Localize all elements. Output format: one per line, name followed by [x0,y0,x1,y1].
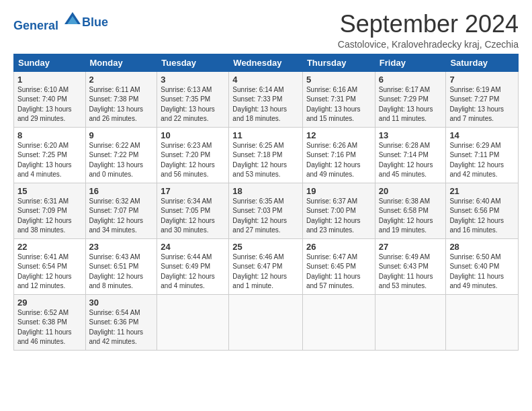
day-info: Sunrise: 6:31 AMSunset: 7:09 PMDaylight:… [17,197,82,236]
day-info: Sunrise: 6:49 AMSunset: 6:43 PMDaylight:… [379,253,443,291]
day-info: Sunrise: 6:34 AMSunset: 7:05 PMDaylight:… [161,197,225,236]
day-number: 30 [89,298,154,308]
calendar-empty [229,294,303,350]
calendar-day-2: 2Sunrise: 6:11 AMSunset: 7:38 PMDaylight… [85,71,157,127]
day-number: 4 [232,75,299,85]
page-header: General Blue September 2024 Castolovice,… [13,11,519,50]
day-info: Sunrise: 6:14 AMSunset: 7:33 PMDaylight:… [232,85,299,124]
day-number: 24 [161,242,225,252]
day-number: 22 [17,242,82,252]
calendar-empty [375,294,446,350]
weekday-header-saturday: Saturday [446,54,519,71]
day-number: 7 [449,75,515,85]
day-info: Sunrise: 6:17 AMSunset: 7:29 PMDaylight:… [379,85,443,124]
logo-icon [63,11,82,30]
calendar-day-24: 24Sunrise: 6:44 AMSunset: 6:49 PMDayligh… [157,238,229,294]
calendar-day-22: 22Sunrise: 6:41 AMSunset: 6:54 PMDayligh… [14,238,86,294]
calendar-table: SundayMondayTuesdayWednesdayThursdayFrid… [13,54,519,351]
calendar-day-30: 30Sunrise: 6:54 AMSunset: 6:36 PMDayligh… [85,294,157,350]
day-info: Sunrise: 6:38 AMSunset: 6:58 PMDaylight:… [379,197,443,236]
day-number: 20 [379,186,443,196]
day-number: 11 [232,130,299,140]
day-info: Sunrise: 6:43 AMSunset: 6:51 PMDaylight:… [89,253,154,291]
calendar-day-6: 6Sunrise: 6:17 AMSunset: 7:29 PMDaylight… [375,71,446,127]
day-number: 8 [17,130,82,140]
calendar-day-1: 1Sunrise: 6:10 AMSunset: 7:40 PMDaylight… [14,71,86,127]
calendar-day-15: 15Sunrise: 6:31 AMSunset: 7:09 PMDayligh… [14,183,86,238]
calendar-day-18: 18Sunrise: 6:35 AMSunset: 7:03 PMDayligh… [229,183,303,238]
day-info: Sunrise: 6:25 AMSunset: 7:18 PMDaylight:… [232,141,299,180]
day-info: Sunrise: 6:28 AMSunset: 7:14 PMDaylight:… [379,141,443,180]
day-number: 15 [17,186,82,196]
calendar-day-10: 10Sunrise: 6:23 AMSunset: 7:20 PMDayligh… [157,127,229,183]
calendar-day-17: 17Sunrise: 6:34 AMSunset: 7:05 PMDayligh… [157,183,229,238]
weekday-header-wednesday: Wednesday [229,54,303,71]
calendar-week-4: 22Sunrise: 6:41 AMSunset: 6:54 PMDayligh… [14,238,519,294]
logo-blue-text: Blue [82,16,108,30]
weekday-header-sunday: Sunday [14,54,86,71]
calendar-day-27: 27Sunrise: 6:49 AMSunset: 6:43 PMDayligh… [375,238,446,294]
day-number: 28 [449,242,515,252]
day-number: 23 [89,242,154,252]
day-number: 25 [232,242,299,252]
calendar-day-12: 12Sunrise: 6:26 AMSunset: 7:16 PMDayligh… [302,127,375,183]
day-number: 27 [379,242,443,252]
calendar-empty [446,294,519,350]
day-number: 26 [306,242,371,252]
day-info: Sunrise: 6:47 AMSunset: 6:45 PMDaylight:… [306,253,371,291]
day-info: Sunrise: 6:29 AMSunset: 7:11 PMDaylight:… [449,141,515,180]
day-number: 10 [161,130,225,140]
calendar-day-8: 8Sunrise: 6:20 AMSunset: 7:25 PMDaylight… [14,127,86,183]
day-number: 12 [306,130,371,140]
day-info: Sunrise: 6:22 AMSunset: 7:22 PMDaylight:… [89,141,154,180]
calendar-day-25: 25Sunrise: 6:46 AMSunset: 6:47 PMDayligh… [229,238,303,294]
weekday-header-thursday: Thursday [302,54,375,71]
day-number: 3 [161,75,225,85]
day-number: 1 [17,75,82,85]
day-info: Sunrise: 6:40 AMSunset: 6:56 PMDaylight:… [449,197,515,236]
logo: General Blue [13,11,108,33]
day-number: 2 [89,75,154,85]
calendar-header: SundayMondayTuesdayWednesdayThursdayFrid… [14,54,519,71]
calendar-day-19: 19Sunrise: 6:37 AMSunset: 7:00 PMDayligh… [302,183,375,238]
day-number: 21 [449,186,515,196]
calendar-empty [157,294,229,350]
day-info: Sunrise: 6:41 AMSunset: 6:54 PMDaylight:… [17,253,82,291]
title-block: September 2024 Castolovice, Kralovehrade… [338,11,519,50]
calendar-day-13: 13Sunrise: 6:28 AMSunset: 7:14 PMDayligh… [375,127,446,183]
day-info: Sunrise: 6:16 AMSunset: 7:31 PMDaylight:… [306,85,371,124]
calendar-week-2: 8Sunrise: 6:20 AMSunset: 7:25 PMDaylight… [14,127,519,183]
day-number: 18 [232,186,299,196]
calendar-week-3: 15Sunrise: 6:31 AMSunset: 7:09 PMDayligh… [14,183,519,238]
calendar-day-5: 5Sunrise: 6:16 AMSunset: 7:31 PMDaylight… [302,71,375,127]
day-number: 16 [89,186,154,196]
calendar-day-28: 28Sunrise: 6:50 AMSunset: 6:40 PMDayligh… [446,238,519,294]
day-info: Sunrise: 6:46 AMSunset: 6:47 PMDaylight:… [232,253,299,291]
day-number: 13 [379,130,443,140]
calendar-day-20: 20Sunrise: 6:38 AMSunset: 6:58 PMDayligh… [375,183,446,238]
weekday-header-friday: Friday [375,54,446,71]
calendar-day-7: 7Sunrise: 6:19 AMSunset: 7:27 PMDaylight… [446,71,519,127]
calendar-day-3: 3Sunrise: 6:13 AMSunset: 7:35 PMDaylight… [157,71,229,127]
calendar-day-21: 21Sunrise: 6:40 AMSunset: 6:56 PMDayligh… [446,183,519,238]
calendar-day-16: 16Sunrise: 6:32 AMSunset: 7:07 PMDayligh… [85,183,157,238]
day-info: Sunrise: 6:11 AMSunset: 7:38 PMDaylight:… [89,85,154,124]
day-info: Sunrise: 6:10 AMSunset: 7:40 PMDaylight:… [17,85,82,124]
day-number: 6 [379,75,443,85]
day-info: Sunrise: 6:32 AMSunset: 7:07 PMDaylight:… [89,197,154,236]
day-info: Sunrise: 6:50 AMSunset: 6:40 PMDaylight:… [449,253,515,291]
day-info: Sunrise: 6:23 AMSunset: 7:20 PMDaylight:… [161,141,225,180]
weekday-header-tuesday: Tuesday [157,54,229,71]
day-number: 14 [449,130,515,140]
day-info: Sunrise: 6:19 AMSunset: 7:27 PMDaylight:… [449,85,515,124]
day-info: Sunrise: 6:44 AMSunset: 6:49 PMDaylight:… [161,253,225,291]
day-number: 17 [161,186,225,196]
day-number: 29 [17,298,82,308]
calendar-week-5: 29Sunrise: 6:52 AMSunset: 6:38 PMDayligh… [14,294,519,350]
calendar-week-1: 1Sunrise: 6:10 AMSunset: 7:40 PMDaylight… [14,71,519,127]
day-info: Sunrise: 6:37 AMSunset: 7:00 PMDaylight:… [306,197,371,236]
day-info: Sunrise: 6:54 AMSunset: 6:36 PMDaylight:… [89,308,154,347]
calendar-day-14: 14Sunrise: 6:29 AMSunset: 7:11 PMDayligh… [446,127,519,183]
location-subtitle: Castolovice, Kralovehradecky kraj, Czech… [338,39,519,50]
weekday-header-monday: Monday [85,54,157,71]
